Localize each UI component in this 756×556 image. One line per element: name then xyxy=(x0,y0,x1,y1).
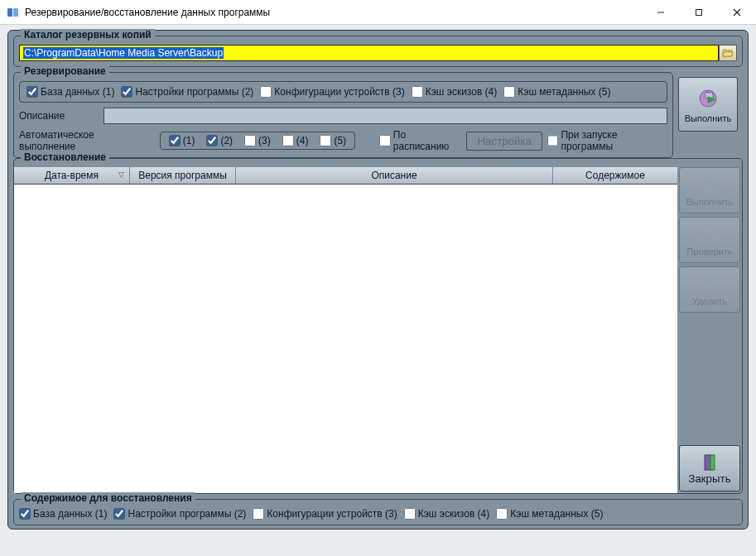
group-restore-content: Содержимое для восстановления База данны… xyxy=(13,499,743,525)
main-panel: Каталог резервных копий C:\ProgramData\H… xyxy=(7,30,749,530)
rc-meta-cache-label: Кэш метаданных (5) xyxy=(510,508,603,520)
restore-side-buttons: Выполнить Проверить Удалить Закрыть xyxy=(677,167,742,493)
auto-4-label: (4) xyxy=(296,135,309,146)
group-restore-legend: Восстановление xyxy=(21,151,109,163)
window-title: Резервирование/восстановление данных про… xyxy=(25,7,642,18)
restore-delete-button: Удалить xyxy=(679,266,740,313)
chk-schedule[interactable] xyxy=(379,135,390,146)
browse-button[interactable] xyxy=(719,45,737,61)
rc-settings-label: Настройки программы (2) xyxy=(128,508,246,520)
restore-delete-label: Удалить xyxy=(692,296,727,306)
col-version[interactable]: Версия программы xyxy=(130,167,236,184)
auto-exec-group: (1) (2) (3) (4) (5) xyxy=(160,132,355,150)
col-content[interactable]: Содержимое xyxy=(553,167,677,184)
svg-rect-3 xyxy=(696,9,702,15)
auto-5-label: (5) xyxy=(334,135,346,146)
svg-point-8 xyxy=(707,183,712,188)
backup-execute-label: Выполнить xyxy=(685,113,731,123)
group-catalog: Каталог резервных копий C:\ProgramData\H… xyxy=(13,36,743,67)
group-backup-legend: Резервирование xyxy=(21,65,109,77)
maximize-button[interactable] xyxy=(680,0,718,25)
rc-settings[interactable] xyxy=(113,508,125,520)
backup-path-input[interactable]: C:\ProgramData\Home Media Server\Backup xyxy=(19,45,719,61)
chk-schedule-label: По расписанию xyxy=(393,129,462,152)
chk-database[interactable] xyxy=(26,86,38,98)
svg-rect-1 xyxy=(13,8,18,17)
rc-device-config[interactable] xyxy=(253,508,264,520)
auto-2-label: (2) xyxy=(220,135,233,146)
svg-rect-13 xyxy=(710,455,715,470)
svg-rect-0 xyxy=(7,8,12,17)
col-datetime[interactable]: Дата-время▽ xyxy=(14,167,130,184)
auto-3[interactable] xyxy=(244,135,256,146)
rc-thumb-cache-label: Кэш эскизов (4) xyxy=(418,508,490,520)
auto-4[interactable] xyxy=(282,135,294,146)
chk-settings-label: Настройки программы (2) xyxy=(135,86,253,98)
auto-5[interactable] xyxy=(320,135,331,146)
chk-meta-cache-label: Кэш метаданных (5) xyxy=(518,86,610,98)
restore-execute-label: Выполнить xyxy=(686,197,733,207)
group-restore-content-legend: Содержимое для восстановления xyxy=(21,492,195,504)
door-exit-icon xyxy=(700,453,720,472)
restore-table: Дата-время▽ Версия программы Описание Со… xyxy=(14,167,677,493)
restore-execute-button: Выполнить xyxy=(679,167,740,213)
close-button[interactable]: Закрыть xyxy=(679,445,740,491)
table-body[interactable] xyxy=(14,185,677,493)
col-description[interactable]: Описание xyxy=(236,167,553,184)
chk-meta-cache[interactable] xyxy=(503,86,515,98)
gear-play-icon xyxy=(695,85,721,112)
close-window-button[interactable] xyxy=(718,0,756,25)
auto-1[interactable] xyxy=(169,135,181,146)
folder-open-icon xyxy=(722,48,734,58)
group-restore: Восстановление Дата-время▽ Версия програ… xyxy=(13,158,743,494)
chk-device-config-label: Конфигурации устройств (3) xyxy=(274,86,404,98)
table-header: Дата-время▽ Версия программы Описание Со… xyxy=(14,167,677,185)
auto-exec-label: Автоматическое выполнение xyxy=(19,129,148,152)
description-label: Описание xyxy=(19,110,104,122)
chk-database-label: База данных (1) xyxy=(41,86,114,98)
titlebar: Резервирование/восстановление данных про… xyxy=(0,0,756,25)
auto-2[interactable] xyxy=(206,135,218,146)
app-icon xyxy=(7,6,20,19)
rc-meta-cache[interactable] xyxy=(496,508,508,520)
check-circle-icon xyxy=(699,224,720,246)
minimize-button[interactable] xyxy=(642,0,680,25)
rc-database-label: База данных (1) xyxy=(33,508,107,520)
chk-on-start-label: При запуске программы xyxy=(561,129,667,152)
chk-settings[interactable] xyxy=(121,86,132,98)
group-backup: Резервирование База данных (1) Настройки… xyxy=(13,72,743,158)
auto-1-label: (1) xyxy=(183,135,195,146)
delete-x-icon xyxy=(699,274,720,295)
schedule-settings-button: Настройка xyxy=(466,132,542,151)
group-catalog-legend: Каталог резервных копий xyxy=(21,29,155,41)
gear-icon xyxy=(699,175,720,196)
backup-items-row: База данных (1) Настройки программы (2) … xyxy=(19,81,667,103)
chk-thumb-cache-label: Кэш эскизов (4) xyxy=(426,86,498,98)
chk-on-start[interactable] xyxy=(547,135,558,146)
auto-3-label: (3) xyxy=(258,135,271,146)
rc-database[interactable] xyxy=(19,508,31,520)
backup-execute-button[interactable]: Выполнить xyxy=(678,77,738,132)
rc-device-config-label: Конфигурации устройств (3) xyxy=(267,508,397,520)
restore-check-button: Проверить xyxy=(679,217,740,263)
restore-check-label: Проверить xyxy=(686,247,732,256)
rc-thumb-cache[interactable] xyxy=(404,508,416,520)
chk-thumb-cache[interactable] xyxy=(412,86,423,98)
description-input[interactable] xyxy=(104,108,667,124)
chk-device-config[interactable] xyxy=(260,86,272,98)
close-button-label: Закрыть xyxy=(688,472,730,485)
sort-indicator-icon: ▽ xyxy=(118,170,124,179)
